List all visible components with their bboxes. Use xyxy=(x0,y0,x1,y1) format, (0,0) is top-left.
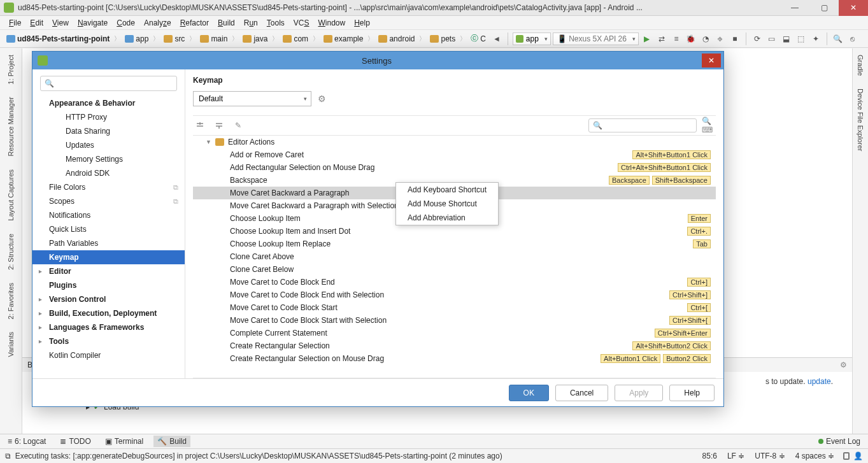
tree-item-scopes[interactable]: Scopes⧉ xyxy=(32,194,185,208)
action-row[interactable]: Choose Lookup Item and Insert DotCtrl+. xyxy=(193,225,716,238)
action-row[interactable]: Move Caret to Code Block End with Select… xyxy=(193,288,716,301)
sdk-icon[interactable]: ⬓ xyxy=(780,32,793,45)
device-combo[interactable]: 📱 Nexus 5X API 26 xyxy=(553,32,639,45)
bottom-tab-todo[interactable]: ≣TODO xyxy=(56,436,94,447)
gutter-project[interactable]: 1: Project xyxy=(6,48,16,90)
tree-item-plugins[interactable]: Plugins xyxy=(32,278,185,292)
action-row[interactable]: Create Rectangular SelectionAlt+Shift+Bu… xyxy=(193,339,716,352)
tree-item-memory-settings[interactable]: Memory Settings xyxy=(32,152,185,166)
menu-help[interactable]: Help xyxy=(350,17,374,29)
tree-item-android-sdk[interactable]: Android SDK xyxy=(32,166,185,180)
tree-item-languages-frameworks[interactable]: ▸Languages & Frameworks xyxy=(32,320,185,334)
menu-tools[interactable]: Tools xyxy=(263,17,288,29)
status-inspection-icon[interactable]: 👤 xyxy=(853,452,863,460)
resource-icon[interactable]: ⬚ xyxy=(795,32,808,45)
gutter-favorites[interactable]: 2: Favorites xyxy=(6,276,16,325)
keymap-scheme-combo[interactable]: Default xyxy=(193,91,311,106)
gutter-structure[interactable]: 2: Structure xyxy=(6,227,16,276)
menu-refactor[interactable]: Refactor xyxy=(176,17,213,29)
settings-tree[interactable]: Appearance & BehaviorHTTP ProxyData Shar… xyxy=(32,96,185,378)
apply-changes-icon[interactable]: ⇄ xyxy=(655,32,668,45)
build-gear-icon[interactable]: ⚙ xyxy=(840,360,847,369)
crumb-file[interactable]: ⓒC xyxy=(468,33,488,44)
troubleshoot-icon[interactable]: ✦ xyxy=(809,32,822,45)
tree-item-quick-lists[interactable]: Quick Lists xyxy=(32,222,185,236)
tree-item-path-variables[interactable]: Path Variables xyxy=(32,236,185,250)
cancel-button[interactable]: Cancel xyxy=(555,385,608,401)
tree-item-notifications[interactable]: Notifications xyxy=(32,208,185,222)
tree-item-editor[interactable]: ▸Editor xyxy=(32,264,185,278)
expand-all-icon[interactable] xyxy=(193,118,207,132)
find-by-shortcut-icon[interactable]: 🔍⌨ xyxy=(702,118,716,132)
menu-build[interactable]: Build xyxy=(214,17,239,29)
tree-item-kotlin-compiler[interactable]: Kotlin Compiler xyxy=(32,348,185,362)
lock-icon[interactable] xyxy=(843,452,850,460)
status-collapse-icon[interactable]: ⧉ xyxy=(5,452,11,460)
run-config-combo[interactable]: app xyxy=(513,32,551,45)
keymap-search-input[interactable]: 🔍 xyxy=(588,118,697,132)
settings-search-input[interactable]: 🔍 xyxy=(40,76,177,91)
tree-item-file-colors[interactable]: File Colors⧉ xyxy=(32,180,185,194)
gutter-variants[interactable]: Variants xyxy=(6,325,16,364)
profile-icon[interactable]: ◔ xyxy=(699,32,712,45)
help-button[interactable]: Help xyxy=(669,385,715,401)
tree-item-appearance-behavior[interactable]: Appearance & Behavior xyxy=(32,96,185,110)
crumb-root[interactable]: ud845-Pets-starting-point xyxy=(4,34,112,43)
sync-icon[interactable]: ⟳ xyxy=(751,32,764,45)
debug-icon[interactable]: 🐞 xyxy=(685,32,697,45)
action-row[interactable]: Move Caret to Code Block EndCtrl+] xyxy=(193,276,716,288)
search-icon[interactable]: 🔍 xyxy=(832,32,844,45)
status-encoding[interactable]: UTF-8 ≑ xyxy=(750,452,790,460)
action-row[interactable]: Complete Current StatementCtrl+Shift+Ent… xyxy=(193,327,716,339)
action-row[interactable]: Move Caret to Code Block StartCtrl+[ xyxy=(193,301,716,314)
action-row[interactable]: Add Rectangular Selection on Mouse DragC… xyxy=(193,161,716,174)
gutter-gradle[interactable]: Gradle xyxy=(855,48,865,82)
dialog-titlebar[interactable]: Settings ✕ xyxy=(32,52,723,69)
menu-file[interactable]: File xyxy=(5,17,25,29)
nav-back-icon[interactable]: ◄ xyxy=(490,32,503,45)
dialog-close-button[interactable]: ✕ xyxy=(702,53,721,68)
tree-item-build-execution-deployment[interactable]: ▸Build, Execution, Deployment xyxy=(32,306,185,320)
ctx-add-abbreviation[interactable]: Add Abbreviation xyxy=(396,211,498,225)
keymap-action-list[interactable]: ▼Editor Actions Add or Remove CaretAlt+S… xyxy=(193,136,716,378)
action-group-editor[interactable]: ▼Editor Actions xyxy=(193,136,716,148)
help-icon[interactable]: ⎋ xyxy=(846,32,859,45)
bottom-tab-build[interactable]: 🔨Build xyxy=(153,436,190,447)
restart-icon[interactable]: ≡ xyxy=(670,32,683,45)
crumb-example[interactable]: example xyxy=(321,34,366,43)
menu-edit[interactable]: Edit xyxy=(26,17,47,29)
close-button[interactable]: ✕ xyxy=(839,0,868,16)
tree-item-http-proxy[interactable]: HTTP Proxy xyxy=(32,110,185,124)
collapse-all-icon[interactable] xyxy=(212,118,226,132)
ctx-add-keyboard-shortcut[interactable]: Add Keyboard Shortcut xyxy=(396,183,498,197)
action-row[interactable]: Clone Caret Below xyxy=(193,263,716,276)
tree-item-updates[interactable]: Updates xyxy=(32,138,185,152)
crumb-app[interactable]: app xyxy=(122,34,151,43)
bottom-tab-logcat[interactable]: ≡6: Logcat xyxy=(4,436,50,447)
tree-item-data-sharing[interactable]: Data Sharing xyxy=(32,124,185,138)
ctx-add-mouse-shortcut[interactable]: Add Mouse Shortcut xyxy=(396,197,498,211)
action-row[interactable]: Move Caret to Code Block Start with Sele… xyxy=(193,314,716,327)
gutter-resource-manager[interactable]: Resource Manager xyxy=(6,90,16,163)
ok-button[interactable]: OK xyxy=(509,385,549,401)
tree-item-tools[interactable]: ▸Tools xyxy=(32,334,185,348)
menu-navigate[interactable]: Navigate xyxy=(74,17,111,29)
action-row[interactable]: Clone Caret Above xyxy=(193,250,716,263)
avd-icon[interactable]: ▭ xyxy=(765,32,778,45)
menu-window[interactable]: Window xyxy=(314,17,349,29)
run-icon[interactable]: ▶ xyxy=(641,32,653,45)
menu-run[interactable]: Run xyxy=(240,17,262,29)
tree-item-keymap[interactable]: Keymap xyxy=(32,250,185,264)
status-line-sep[interactable]: LF ≑ xyxy=(722,452,750,460)
status-caret-pos[interactable]: 85:6 xyxy=(697,452,722,460)
menu-vcs[interactable]: VCS xyxy=(290,17,313,29)
attach-icon[interactable]: ⎆ xyxy=(714,32,727,45)
crumb-src[interactable]: src xyxy=(161,34,187,43)
crumb-main[interactable]: main xyxy=(197,34,230,43)
crumb-pets[interactable]: pets xyxy=(427,34,458,43)
crumb-java[interactable]: java xyxy=(240,34,270,43)
bottom-tab-eventlog[interactable]: Event Log xyxy=(815,436,864,447)
menu-view[interactable]: View xyxy=(48,17,73,29)
crumb-com[interactable]: com xyxy=(280,34,311,43)
action-row[interactable]: Create Rectangular Selection on Mouse Dr… xyxy=(193,352,716,365)
